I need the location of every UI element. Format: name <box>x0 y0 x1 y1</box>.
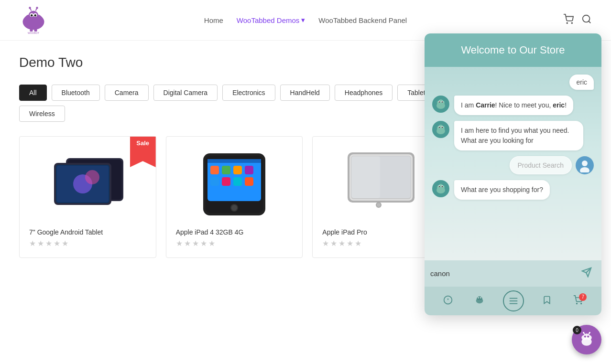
star-2: ★ <box>37 239 44 248</box>
nav-wootabbed-demos[interactable]: WooTabbed Demos ▾ <box>237 16 305 24</box>
cart-icon[interactable] <box>563 14 574 26</box>
filter-electronics[interactable]: Electronics <box>222 85 275 101</box>
star-4: ★ <box>347 239 353 248</box>
svg-point-64 <box>442 127 443 128</box>
product-name: 7" Google Android Tablet <box>29 228 146 236</box>
svg-point-39 <box>231 205 237 211</box>
chat-input-area <box>425 260 601 272</box>
svg-point-76 <box>442 186 443 187</box>
product-name: Apple iPad 4 32GB 4G <box>176 228 293 236</box>
svg-point-7 <box>34 14 37 17</box>
svg-rect-32 <box>233 166 242 174</box>
svg-point-3 <box>29 11 39 21</box>
svg-point-63 <box>439 127 440 128</box>
svg-point-75 <box>439 186 440 187</box>
product-name: Apple iPad Pro <box>322 228 439 236</box>
product-stars: ★ ★ ★ ★ ★ <box>29 239 146 248</box>
svg-point-25 <box>85 170 99 184</box>
chat-body: eric I am Carrie! Nice to meet you, er <box>425 67 601 260</box>
svg-point-17 <box>583 15 590 22</box>
svg-rect-36 <box>233 177 242 186</box>
filter-camera[interactable]: Camera <box>105 85 149 101</box>
svg-point-55 <box>442 101 443 102</box>
product-search-bubble: Product Search <box>510 156 572 174</box>
product-search-label: Product Search <box>518 161 564 169</box>
svg-point-11 <box>36 7 38 9</box>
star-3: ★ <box>192 239 199 248</box>
product-image <box>29 146 146 223</box>
filter-bluetooth[interactable]: Bluetooth <box>52 85 100 101</box>
svg-point-16 <box>571 22 572 23</box>
svg-rect-33 <box>245 166 253 174</box>
bot-message: I am Carrie! Nice to meet you, eric! <box>454 96 573 115</box>
star-3: ★ <box>338 239 345 248</box>
filter-handheld[interactable]: HandHeld <box>280 85 330 101</box>
filter-digital-camera[interactable]: Digital Camera <box>153 85 218 101</box>
svg-rect-35 <box>222 177 230 186</box>
user-message-container: eric <box>432 75 594 90</box>
product-card: Sale 7" Google Android Tablet ★ <box>19 136 156 258</box>
product-image <box>176 146 293 223</box>
svg-point-54 <box>439 101 440 102</box>
product-card: Apple iPad 4 32GB 4G ★ ★ ★ ★ ★ <box>166 136 303 258</box>
chat-input[interactable] <box>430 269 578 272</box>
bot-avatar <box>432 180 449 197</box>
svg-rect-34 <box>210 177 219 186</box>
bot-message: What are you shopping for? <box>454 180 550 200</box>
chat-header: Welcome to Our Store <box>425 33 601 67</box>
logo-icon: WOOBOT <box>19 6 48 34</box>
chevron-down-icon: ▾ <box>301 16 305 24</box>
svg-rect-31 <box>222 166 230 174</box>
bot-message: I am here to find you what you need. Wha… <box>454 121 583 150</box>
svg-point-6 <box>31 14 33 17</box>
star-2: ★ <box>184 239 191 248</box>
star-3: ★ <box>45 239 52 248</box>
search-icon[interactable] <box>581 14 592 26</box>
filter-wireless[interactable]: Wireless <box>19 106 65 122</box>
product-search-container: Product Search <box>432 156 594 174</box>
star-5: ★ <box>355 239 361 248</box>
svg-point-46 <box>377 203 381 207</box>
svg-point-66 <box>582 161 588 166</box>
chat-send-button[interactable] <box>578 265 596 272</box>
bot-message-container: What are you shopping for? <box>432 180 594 200</box>
filter-all[interactable]: All <box>19 85 47 101</box>
product-image <box>322 146 439 223</box>
bot-message-container: I am here to find you what you need. Wha… <box>432 121 594 150</box>
bot-avatar <box>432 121 449 138</box>
user-message: eric <box>569 75 594 90</box>
star-5: ★ <box>62 239 68 248</box>
star-1: ★ <box>322 239 329 248</box>
star-4: ★ <box>54 239 60 248</box>
svg-rect-44 <box>351 156 380 198</box>
filter-headphones[interactable]: Headphones <box>335 85 393 101</box>
star-5: ★ <box>208 239 215 248</box>
main-nav: Home WooTabbed Demos ▾ WooTabbed Backend… <box>204 16 407 24</box>
svg-rect-29 <box>207 159 261 163</box>
user-avatar <box>576 156 594 174</box>
star-4: ★ <box>200 239 207 248</box>
star-1: ★ <box>176 239 183 248</box>
svg-text:WOOBOT: WOOBOT <box>28 32 40 34</box>
chatbot-panel: Welcome to Our Store eric <box>425 33 601 272</box>
svg-point-15 <box>567 22 567 23</box>
chat-title: Welcome to Our Store <box>461 44 565 56</box>
nav-home[interactable]: Home <box>204 16 223 24</box>
svg-rect-30 <box>210 166 219 174</box>
svg-rect-37 <box>245 177 253 186</box>
star-2: ★ <box>330 239 337 248</box>
product-stars: ★ ★ ★ ★ ★ <box>322 239 439 248</box>
bot-avatar <box>432 96 449 113</box>
nav-backend-panel[interactable]: WooTabbed Backend Panel <box>318 16 407 24</box>
bot-message-container: I am Carrie! Nice to meet you, eric! <box>432 96 594 115</box>
star-1: ★ <box>29 239 36 248</box>
svg-line-18 <box>589 21 590 23</box>
product-stars: ★ ★ ★ ★ ★ <box>176 239 293 248</box>
product-grid: Sale 7" Google Android Tablet ★ <box>19 136 449 258</box>
svg-point-9 <box>29 7 31 9</box>
header-icons <box>563 14 592 26</box>
logo: WOOBOT <box>19 6 48 34</box>
